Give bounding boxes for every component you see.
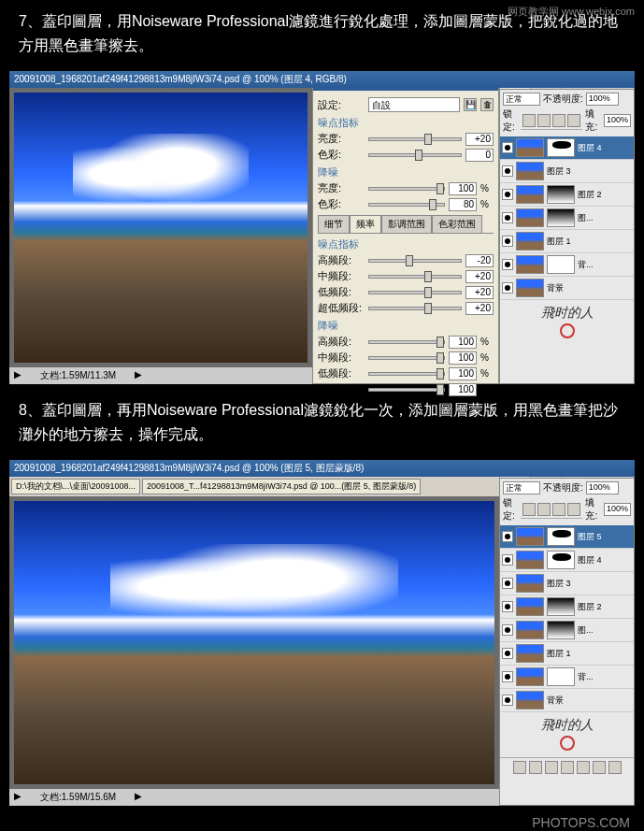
layer-item[interactable]: 图层 1 xyxy=(500,642,634,666)
blend-mode-dropdown[interactable]: 正常 xyxy=(503,93,540,106)
visibility-eye-icon[interactable] xyxy=(502,531,513,542)
tab-color-range[interactable]: 色彩范围 xyxy=(432,215,482,233)
layer-mask-thumbnail[interactable] xyxy=(547,138,575,157)
layer-name[interactable]: 图层 5 xyxy=(578,531,632,543)
lock-transparency-icon-2[interactable] xyxy=(522,503,536,516)
brightness2-slider[interactable] xyxy=(368,187,445,191)
brightness2-value[interactable]: 100 xyxy=(449,182,477,195)
opacity-value-2[interactable]: 100% xyxy=(586,481,619,494)
layer-thumbnail[interactable] xyxy=(516,185,544,204)
setting-dropdown[interactable]: 自設 xyxy=(368,97,460,112)
add-mask-icon[interactable] xyxy=(545,761,558,774)
fill-value-2[interactable]: 100% xyxy=(604,503,631,516)
layer-mask-thumbnail[interactable] xyxy=(547,621,575,639)
layer-item[interactable]: 图层 2 xyxy=(500,595,634,619)
visibility-eye-icon[interactable] xyxy=(502,624,513,636)
layer-item[interactable]: 背景 xyxy=(500,689,634,712)
visibility-eye-icon[interactable] xyxy=(502,695,513,706)
layer-item[interactable]: 图层 3 xyxy=(500,572,634,595)
tab-tone[interactable]: 影调范围 xyxy=(381,215,432,233)
layer-mask-thumbnail[interactable] xyxy=(547,597,575,616)
layer-thumbnail[interactable] xyxy=(516,208,544,227)
layer-item[interactable]: 图层 4 xyxy=(500,549,634,572)
visibility-eye-icon[interactable] xyxy=(502,259,513,270)
setting-delete-icon[interactable]: 🗑 xyxy=(480,98,494,111)
layer-name[interactable]: 图层 2 xyxy=(578,601,632,613)
layer-mask-thumbnail[interactable] xyxy=(547,667,575,686)
ultralowfreq-slider[interactable] xyxy=(368,307,462,310)
layer-name[interactable]: 图层 3 xyxy=(547,165,632,178)
layer-name[interactable]: 图... xyxy=(578,212,632,224)
layer-item[interactable]: 图层 1 xyxy=(500,230,634,253)
lowfreq-value[interactable]: +20 xyxy=(465,286,494,299)
layer-name[interactable]: 图层 1 xyxy=(547,648,632,660)
layer-name[interactable]: 背景 xyxy=(547,282,632,294)
highfreq-slider[interactable] xyxy=(368,259,462,263)
layer-thumbnail[interactable] xyxy=(516,691,544,709)
layer-item[interactable]: 图层 2 xyxy=(500,183,634,207)
tab-frequency[interactable]: 频率 xyxy=(350,215,381,233)
visibility-eye-icon[interactable] xyxy=(502,212,513,223)
layer-item[interactable]: 图层 4 xyxy=(500,136,634,160)
new-layer-icon[interactable] xyxy=(593,761,606,774)
midfreq-value[interactable]: +20 xyxy=(465,270,494,283)
layer-name[interactable]: 背... xyxy=(578,671,632,683)
doc-tab-1[interactable]: D:\我的文档\...\桌面\20091008... xyxy=(11,479,140,494)
visibility-eye-icon[interactable] xyxy=(502,601,513,612)
opacity-value[interactable]: 100% xyxy=(586,93,619,106)
layer-item[interactable]: 背景 xyxy=(500,277,634,300)
lock-position-icon-2[interactable] xyxy=(552,503,565,516)
layer-name[interactable]: 背... xyxy=(578,259,632,271)
tab-detail[interactable]: 细节 xyxy=(318,215,350,233)
visibility-eye-icon[interactable] xyxy=(502,236,513,247)
layer-item[interactable]: 图层 3 xyxy=(500,160,634,183)
canvas-area-2[interactable] xyxy=(9,496,499,789)
visibility-eye-icon[interactable] xyxy=(502,648,513,659)
link-layers-icon[interactable] xyxy=(513,761,526,774)
lock-transparency-icon[interactable] xyxy=(522,114,536,127)
lowfreq-slider[interactable] xyxy=(368,291,462,294)
layer-mask-thumbnail[interactable] xyxy=(547,208,575,227)
delete-layer-icon[interactable] xyxy=(608,761,622,774)
visibility-eye-icon[interactable] xyxy=(502,554,513,566)
layer-name[interactable]: 背景 xyxy=(547,695,632,707)
visibility-eye-icon[interactable] xyxy=(502,189,513,200)
layer-name[interactable]: 图... xyxy=(578,624,632,637)
visibility-eye-icon[interactable] xyxy=(502,671,513,682)
lock-all-icon-2[interactable] xyxy=(567,503,580,516)
layer-thumbnail[interactable] xyxy=(516,551,544,569)
layer-name[interactable]: 图层 4 xyxy=(578,142,632,154)
layer-mask-thumbnail[interactable] xyxy=(547,551,575,569)
lock-all-icon[interactable] xyxy=(567,114,580,127)
layer-name[interactable]: 图层 3 xyxy=(547,578,632,590)
color2-slider[interactable] xyxy=(368,203,445,207)
layer-mask-thumbnail[interactable] xyxy=(547,527,575,546)
brightness-slider[interactable] xyxy=(368,137,462,141)
layer-item[interactable]: 图... xyxy=(500,207,634,230)
lock-image-icon[interactable] xyxy=(537,114,551,127)
group-icon[interactable] xyxy=(577,761,590,774)
layer-mask-thumbnail[interactable] xyxy=(547,255,575,274)
visibility-eye-icon[interactable] xyxy=(502,578,513,589)
layer-item[interactable]: 图层 5 xyxy=(500,525,634,549)
lock-position-icon[interactable] xyxy=(552,114,565,127)
adjustment-layer-icon[interactable] xyxy=(561,761,574,774)
visibility-eye-icon[interactable] xyxy=(502,142,513,153)
layer-item[interactable]: 背... xyxy=(500,666,634,689)
layer-thumbnail[interactable] xyxy=(516,255,544,274)
color-slider[interactable] xyxy=(368,153,462,157)
brightness-value[interactable]: +20 xyxy=(465,133,494,146)
visibility-eye-icon[interactable] xyxy=(502,282,513,294)
layer-item[interactable]: 背... xyxy=(500,253,634,277)
setting-save-icon[interactable]: 💾 xyxy=(464,98,477,111)
layer-thumbnail[interactable] xyxy=(516,232,544,251)
layer-thumbnail[interactable] xyxy=(516,644,544,663)
midfreq-slider[interactable] xyxy=(368,275,462,279)
layer-item[interactable]: 图... xyxy=(500,619,634,642)
layer-thumbnail[interactable] xyxy=(516,597,544,616)
blend-mode-dropdown-2[interactable]: 正常 xyxy=(503,481,540,494)
ultralowfreq-value[interactable]: +20 xyxy=(465,302,494,315)
doc-tab-2[interactable]: 20091008_T...f41298813m9M8jIW3i74.psd @ … xyxy=(142,479,421,494)
layer-thumbnail[interactable] xyxy=(516,621,544,639)
color-value[interactable]: 0 xyxy=(465,149,494,162)
